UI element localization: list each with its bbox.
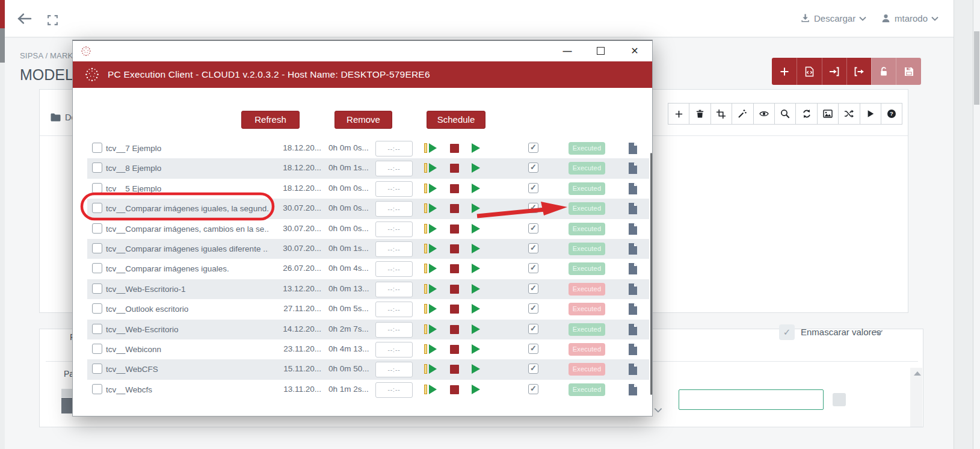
testcase-name[interactable]: tcv__Comparar imágenes iguales. xyxy=(106,264,229,273)
magic-wand-button[interactable] xyxy=(732,104,753,124)
report-icon[interactable] xyxy=(628,283,638,295)
stop-icon[interactable] xyxy=(450,285,459,294)
browser-scrollbar-thumb[interactable] xyxy=(974,31,979,105)
play-icon[interactable] xyxy=(472,224,480,234)
testcase-name[interactable]: tcv__Comparar imágenes iguales, la segun… xyxy=(106,204,268,213)
stop-icon[interactable] xyxy=(450,164,459,173)
resume-icon[interactable] xyxy=(424,304,439,314)
scroll-up-arrow[interactable] xyxy=(914,371,921,376)
close-button[interactable]: ✕ xyxy=(625,43,644,59)
executed-checkbox[interactable] xyxy=(528,243,538,253)
report-icon[interactable] xyxy=(628,163,638,174)
report-icon[interactable] xyxy=(628,143,638,154)
breadcrumb[interactable]: SIPSA / MARK xyxy=(20,51,73,60)
schedule-time-input[interactable] xyxy=(375,141,413,156)
shuffle-button[interactable] xyxy=(839,104,860,124)
testcase-name[interactable]: tcv__5 Ejemplo xyxy=(106,184,161,193)
crop-button[interactable] xyxy=(711,104,732,124)
resume-icon[interactable] xyxy=(424,264,439,274)
testcase-name[interactable]: tcv__Webiconn xyxy=(106,345,161,354)
report-icon[interactable] xyxy=(628,384,638,395)
add-button[interactable] xyxy=(772,58,797,85)
file-code-button[interactable] xyxy=(797,58,821,85)
testcase-name[interactable]: tcv__8 Ejemplo xyxy=(106,164,161,173)
play-icon[interactable] xyxy=(472,143,480,153)
maximize-button[interactable] xyxy=(591,43,610,59)
play-icon[interactable] xyxy=(472,184,480,193)
play-icon[interactable] xyxy=(472,324,480,334)
chevron-down-icon[interactable] xyxy=(874,329,883,335)
sign-in-button[interactable] xyxy=(822,58,846,85)
mask-values-checkbox[interactable]: ✓ xyxy=(779,324,795,340)
row-checkbox[interactable] xyxy=(92,324,102,334)
schedule-time-input[interactable] xyxy=(375,241,413,257)
stop-icon[interactable] xyxy=(450,365,459,374)
row-checkbox[interactable] xyxy=(92,344,102,354)
testcase-name[interactable]: tcv__Comparar imágenes iguales diferente… xyxy=(106,244,268,253)
row-checkbox[interactable] xyxy=(92,183,102,193)
play-icon[interactable] xyxy=(472,203,480,213)
row-checkbox[interactable] xyxy=(92,223,102,234)
download-menu[interactable]: Descargar xyxy=(800,13,866,23)
executed-checkbox[interactable] xyxy=(528,384,538,394)
play-icon[interactable] xyxy=(472,264,480,273)
add-element-button[interactable] xyxy=(668,104,689,124)
stop-icon[interactable] xyxy=(450,184,459,193)
report-icon[interactable] xyxy=(628,364,638,375)
resume-icon[interactable] xyxy=(424,143,439,153)
schedule-time-input[interactable] xyxy=(375,302,413,317)
search-button[interactable] xyxy=(775,104,796,124)
resume-icon[interactable] xyxy=(424,364,439,374)
unlock-button[interactable] xyxy=(871,58,896,85)
executed-checkbox[interactable] xyxy=(528,223,538,234)
panel-scrollbar-track[interactable] xyxy=(910,368,922,427)
resume-icon[interactable] xyxy=(424,244,439,254)
stop-icon[interactable] xyxy=(450,204,459,213)
testcase-name[interactable]: tcv__Web-Escritorio-1 xyxy=(106,285,186,294)
report-icon[interactable] xyxy=(628,263,638,274)
schedule-time-input[interactable] xyxy=(375,342,413,358)
play-icon[interactable] xyxy=(472,364,480,374)
eye-button[interactable] xyxy=(754,104,775,124)
executed-checkbox[interactable] xyxy=(528,143,538,153)
report-icon[interactable] xyxy=(628,223,638,235)
table-scrollbar-thumb[interactable] xyxy=(650,153,652,395)
help-button[interactable]: ? xyxy=(881,104,902,124)
user-menu[interactable]: mtarodo xyxy=(881,13,938,23)
executed-checkbox[interactable] xyxy=(528,324,538,334)
play-icon[interactable] xyxy=(472,244,480,253)
remove-button[interactable]: Remove xyxy=(334,111,392,129)
image-button[interactable] xyxy=(818,104,839,124)
stop-icon[interactable] xyxy=(450,345,459,354)
refresh-button[interactable] xyxy=(796,104,817,124)
executed-checkbox[interactable] xyxy=(528,364,538,374)
back-arrow-icon[interactable] xyxy=(17,13,32,25)
report-icon[interactable] xyxy=(628,183,638,194)
schedule-time-input[interactable] xyxy=(375,322,413,338)
play-icon[interactable] xyxy=(472,344,480,354)
executed-checkbox[interactable] xyxy=(528,283,538,294)
refresh-button[interactable]: Refresh xyxy=(241,111,300,129)
stop-icon[interactable] xyxy=(450,144,459,153)
stop-icon[interactable] xyxy=(450,325,459,334)
schedule-time-input[interactable] xyxy=(375,382,413,398)
resume-icon[interactable] xyxy=(424,224,439,234)
row-checkbox[interactable] xyxy=(92,243,102,253)
row-checkbox[interactable] xyxy=(92,364,102,374)
minimize-button[interactable]: — xyxy=(558,43,577,59)
row-checkbox[interactable] xyxy=(92,263,102,273)
testcase-name[interactable]: tcv__Webcfs xyxy=(106,385,152,394)
stop-icon[interactable] xyxy=(450,385,459,394)
play-icon[interactable] xyxy=(472,385,480,394)
row-checkbox[interactable] xyxy=(92,163,102,173)
play-button[interactable] xyxy=(860,104,881,124)
resume-icon[interactable] xyxy=(424,203,439,214)
trash-button[interactable] xyxy=(689,104,710,124)
play-icon[interactable] xyxy=(472,304,480,314)
resume-icon[interactable] xyxy=(424,344,439,355)
schedule-time-input[interactable] xyxy=(375,201,413,217)
schedule-time-input[interactable] xyxy=(375,282,413,297)
stop-icon[interactable] xyxy=(450,244,459,253)
sign-out-button[interactable] xyxy=(846,58,871,85)
stop-icon[interactable] xyxy=(450,224,459,234)
